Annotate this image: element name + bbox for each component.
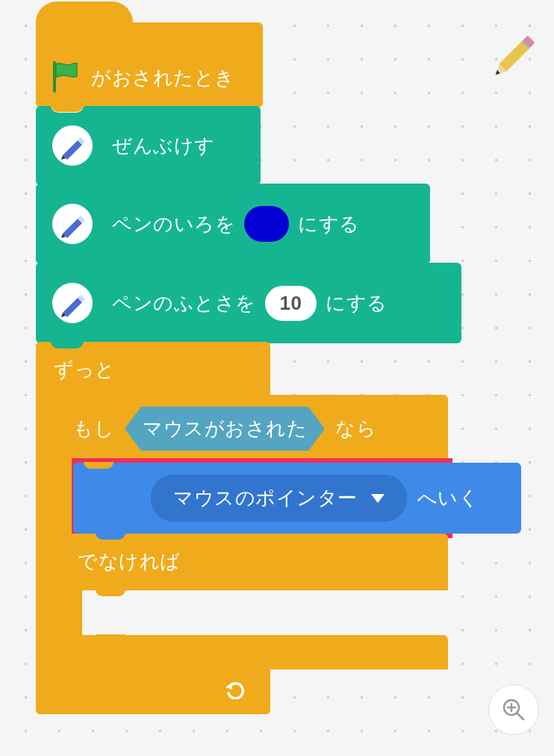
pen-set-color-suffix: にする: [298, 211, 360, 237]
loop-arrow-icon: [225, 680, 248, 705]
then-label: なら: [335, 416, 376, 442]
goto-target-label: マウスのポインター: [173, 485, 358, 511]
pen-color-swatch[interactable]: [244, 206, 289, 242]
block-stack[interactable]: がおされたとき ぜんぶけす ペンのいろを にする ペンのふとさを 10 にする: [36, 22, 461, 714]
pen-set-color-prefix: ペンのいろを: [112, 211, 235, 237]
pen-size-input[interactable]: 10: [265, 286, 317, 321]
svg-rect-2: [499, 42, 529, 72]
pencil-tool-icon[interactable]: [482, 27, 544, 88]
when-flag-clicked-block[interactable]: がおされたとき: [36, 22, 263, 107]
svg-line-4: [517, 713, 523, 719]
pen-icon: [52, 125, 93, 166]
goto-target-dropdown[interactable]: マウスのポインター: [151, 475, 407, 522]
hat-label: がおされたとき: [91, 65, 235, 91]
highlighted-region: マウスのポインター へいく: [76, 463, 448, 534]
green-flag-icon: [52, 61, 79, 91]
goto-suffix: へいく: [417, 485, 479, 511]
pen-icon: [52, 204, 93, 244]
forever-label: ずっと: [36, 342, 270, 395]
pen-set-color-block[interactable]: ペンのいろを にする: [36, 184, 430, 264]
forever-block[interactable]: ずっと もし マウスがおされた なら マウスのポインター: [36, 342, 270, 714]
zoom-in-button[interactable]: [488, 684, 539, 735]
else-slot[interactable]: [82, 590, 448, 635]
mouse-down-condition[interactable]: マウスがおされた: [125, 407, 325, 451]
goto-block[interactable]: マウスのポインター へいく: [73, 463, 521, 534]
pen-set-size-suffix: にする: [326, 290, 388, 316]
pen-erase-all-label: ぜんぶけす: [112, 133, 215, 159]
pen-set-size-block[interactable]: ペンのふとさを 10 にする: [36, 263, 461, 343]
chevron-down-icon: [371, 494, 385, 503]
else-label: でなければ: [60, 534, 448, 590]
pen-icon: [52, 283, 93, 323]
pen-set-size-prefix: ペンのふとさを: [112, 290, 256, 316]
forever-bottom: [36, 669, 270, 714]
pen-erase-all-block[interactable]: ぜんぶけす: [36, 106, 261, 185]
if-label: もし: [73, 416, 114, 442]
if-else-block[interactable]: もし マウスがおされた なら マウスのポインター へいく: [60, 395, 448, 669]
